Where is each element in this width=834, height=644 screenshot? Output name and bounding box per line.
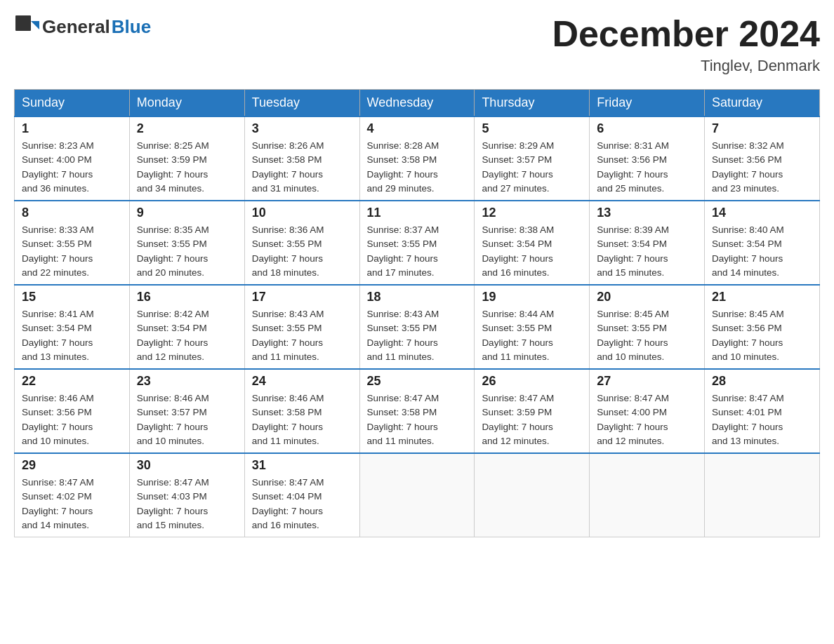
table-row: 29Sunrise: 8:47 AMSunset: 4:02 PMDayligh… <box>15 453 130 537</box>
table-row: 30Sunrise: 8:47 AMSunset: 4:03 PMDayligh… <box>129 453 244 537</box>
day-number: 5 <box>482 121 582 136</box>
table-row: 23Sunrise: 8:46 AMSunset: 3:57 PMDayligh… <box>129 369 244 453</box>
day-info: Sunrise: 8:29 AMSunset: 3:57 PMDaylight:… <box>482 139 582 196</box>
month-title: December 2024 <box>552 14 820 54</box>
day-number: 10 <box>252 206 352 220</box>
day-number: 16 <box>137 290 237 304</box>
day-number: 31 <box>252 458 352 473</box>
table-row: 14Sunrise: 8:40 AMSunset: 3:54 PMDayligh… <box>705 201 820 285</box>
day-number: 15 <box>22 290 122 304</box>
calendar-header-friday: Friday <box>590 90 705 117</box>
day-info: Sunrise: 8:41 AMSunset: 3:54 PMDaylight:… <box>22 307 122 364</box>
table-row: 16Sunrise: 8:42 AMSunset: 3:54 PMDayligh… <box>129 285 244 369</box>
location: Tinglev, Denmark <box>552 57 820 75</box>
calendar-header-tuesday: Tuesday <box>244 90 359 117</box>
table-row: 11Sunrise: 8:37 AMSunset: 3:55 PMDayligh… <box>359 201 475 285</box>
calendar-week-2: 8Sunrise: 8:33 AMSunset: 3:55 PMDaylight… <box>15 201 820 285</box>
table-row: 19Sunrise: 8:44 AMSunset: 3:55 PMDayligh… <box>475 285 590 369</box>
day-info: Sunrise: 8:47 AMSunset: 3:58 PMDaylight:… <box>367 391 468 448</box>
calendar-header-row: SundayMondayTuesdayWednesdayThursdayFrid… <box>15 90 820 117</box>
day-number: 9 <box>137 206 237 220</box>
calendar-header-monday: Monday <box>129 90 244 117</box>
day-number: 7 <box>712 121 812 136</box>
logo-icon <box>14 14 39 39</box>
day-number: 23 <box>137 374 237 389</box>
day-info: Sunrise: 8:31 AMSunset: 3:56 PMDaylight:… <box>597 139 697 196</box>
table-row <box>705 453 820 537</box>
table-row: 15Sunrise: 8:41 AMSunset: 3:54 PMDayligh… <box>15 285 130 369</box>
day-number: 26 <box>482 374 582 389</box>
day-number: 28 <box>712 374 812 389</box>
day-info: Sunrise: 8:47 AMSunset: 4:03 PMDaylight:… <box>137 476 237 532</box>
day-number: 4 <box>367 121 468 136</box>
day-info: Sunrise: 8:46 AMSunset: 3:57 PMDaylight:… <box>137 391 237 448</box>
table-row: 3Sunrise: 8:26 AMSunset: 3:58 PMDaylight… <box>244 116 359 201</box>
day-number: 21 <box>712 290 812 304</box>
day-info: Sunrise: 8:45 AMSunset: 3:55 PMDaylight:… <box>597 307 697 364</box>
day-info: Sunrise: 8:23 AMSunset: 4:00 PMDaylight:… <box>22 139 122 196</box>
day-info: Sunrise: 8:36 AMSunset: 3:55 PMDaylight:… <box>252 223 352 280</box>
table-row: 25Sunrise: 8:47 AMSunset: 3:58 PMDayligh… <box>359 369 475 453</box>
day-number: 25 <box>367 374 468 389</box>
table-row: 18Sunrise: 8:43 AMSunset: 3:55 PMDayligh… <box>359 285 475 369</box>
table-row: 22Sunrise: 8:46 AMSunset: 3:56 PMDayligh… <box>15 369 130 453</box>
logo: General Blue <box>14 14 151 39</box>
day-number: 29 <box>22 458 122 473</box>
calendar-week-1: 1Sunrise: 8:23 AMSunset: 4:00 PMDaylight… <box>15 116 820 201</box>
day-info: Sunrise: 8:43 AMSunset: 3:55 PMDaylight:… <box>252 307 352 364</box>
table-row: 17Sunrise: 8:43 AMSunset: 3:55 PMDayligh… <box>244 285 359 369</box>
table-row: 31Sunrise: 8:47 AMSunset: 4:04 PMDayligh… <box>244 453 359 537</box>
day-info: Sunrise: 8:42 AMSunset: 3:54 PMDaylight:… <box>137 307 237 364</box>
title-section: December 2024 Tinglev, Denmark <box>552 14 820 75</box>
table-row <box>475 453 590 537</box>
table-row: 6Sunrise: 8:31 AMSunset: 3:56 PMDaylight… <box>590 116 705 201</box>
day-number: 14 <box>712 206 812 220</box>
day-info: Sunrise: 8:26 AMSunset: 3:58 PMDaylight:… <box>252 139 352 196</box>
day-info: Sunrise: 8:47 AMSunset: 4:04 PMDaylight:… <box>252 476 352 532</box>
table-row: 24Sunrise: 8:46 AMSunset: 3:58 PMDayligh… <box>244 369 359 453</box>
day-number: 6 <box>597 121 697 136</box>
day-info: Sunrise: 8:25 AMSunset: 3:59 PMDaylight:… <box>137 139 237 196</box>
day-number: 19 <box>482 290 582 304</box>
day-info: Sunrise: 8:40 AMSunset: 3:54 PMDaylight:… <box>712 223 812 280</box>
table-row: 13Sunrise: 8:39 AMSunset: 3:54 PMDayligh… <box>590 201 705 285</box>
table-row <box>359 453 475 537</box>
day-number: 17 <box>252 290 352 304</box>
day-info: Sunrise: 8:45 AMSunset: 3:56 PMDaylight:… <box>712 307 812 364</box>
day-info: Sunrise: 8:46 AMSunset: 3:58 PMDaylight:… <box>252 391 352 448</box>
day-number: 8 <box>22 206 122 220</box>
logo-text-general: General <box>42 16 110 38</box>
day-number: 27 <box>597 374 697 389</box>
table-row: 4Sunrise: 8:28 AMSunset: 3:58 PMDaylight… <box>359 116 475 201</box>
day-number: 12 <box>482 206 582 220</box>
table-row: 10Sunrise: 8:36 AMSunset: 3:55 PMDayligh… <box>244 201 359 285</box>
table-row: 7Sunrise: 8:32 AMSunset: 3:56 PMDaylight… <box>705 116 820 201</box>
table-row: 5Sunrise: 8:29 AMSunset: 3:57 PMDaylight… <box>475 116 590 201</box>
calendar-header-wednesday: Wednesday <box>359 90 475 117</box>
svg-rect-0 <box>15 15 31 31</box>
table-row: 20Sunrise: 8:45 AMSunset: 3:55 PMDayligh… <box>590 285 705 369</box>
day-number: 18 <box>367 290 468 304</box>
day-info: Sunrise: 8:44 AMSunset: 3:55 PMDaylight:… <box>482 307 582 364</box>
day-number: 22 <box>22 374 122 389</box>
table-row: 28Sunrise: 8:47 AMSunset: 4:01 PMDayligh… <box>705 369 820 453</box>
day-number: 20 <box>597 290 697 304</box>
table-row: 9Sunrise: 8:35 AMSunset: 3:55 PMDaylight… <box>129 201 244 285</box>
table-row: 1Sunrise: 8:23 AMSunset: 4:00 PMDaylight… <box>15 116 130 201</box>
day-number: 30 <box>137 458 237 473</box>
day-info: Sunrise: 8:46 AMSunset: 3:56 PMDaylight:… <box>22 391 122 448</box>
day-info: Sunrise: 8:32 AMSunset: 3:56 PMDaylight:… <box>712 139 812 196</box>
calendar-week-3: 15Sunrise: 8:41 AMSunset: 3:54 PMDayligh… <box>15 285 820 369</box>
day-info: Sunrise: 8:35 AMSunset: 3:55 PMDaylight:… <box>137 223 237 280</box>
logo-text-blue: Blue <box>112 16 151 38</box>
day-info: Sunrise: 8:37 AMSunset: 3:55 PMDaylight:… <box>367 223 468 280</box>
table-row: 26Sunrise: 8:47 AMSunset: 3:59 PMDayligh… <box>475 369 590 453</box>
logo-general: General Blue <box>14 14 151 39</box>
day-number: 1 <box>22 121 122 136</box>
day-info: Sunrise: 8:38 AMSunset: 3:54 PMDaylight:… <box>482 223 582 280</box>
day-number: 2 <box>137 121 237 136</box>
day-info: Sunrise: 8:47 AMSunset: 4:00 PMDaylight:… <box>597 391 697 448</box>
table-row: 2Sunrise: 8:25 AMSunset: 3:59 PMDaylight… <box>129 116 244 201</box>
table-row: 8Sunrise: 8:33 AMSunset: 3:55 PMDaylight… <box>15 201 130 285</box>
svg-marker-1 <box>31 21 39 29</box>
